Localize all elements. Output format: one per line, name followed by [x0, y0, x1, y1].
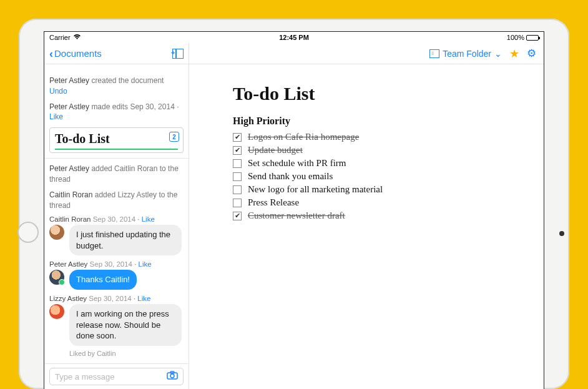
toggle-sidebar-icon[interactable]	[172, 49, 184, 59]
divider	[44, 158, 189, 159]
back-button[interactable]: ‹ Documents	[49, 48, 102, 59]
camera-dot	[559, 231, 564, 236]
carrier-label: Carrier	[49, 34, 71, 41]
todo-text: Set schedule with PR firm	[248, 158, 346, 169]
activity-actor: Peter Astley	[49, 164, 89, 173]
activity-verb: created the document	[91, 76, 164, 85]
folder-label: Team Folder	[443, 49, 491, 59]
todo-item[interactable]: Send thank you emails	[233, 171, 531, 182]
document-title-card[interactable]: To-do List 2	[49, 127, 184, 153]
avatar[interactable]	[49, 270, 64, 285]
checkbox-icon[interactable]: ✔	[233, 133, 242, 142]
like-link[interactable]: Like	[137, 295, 150, 302]
comment-count-badge[interactable]: 2	[169, 132, 179, 142]
wifi-icon	[73, 34, 81, 41]
activity-verb: made edits	[91, 102, 128, 111]
star-icon[interactable]: ★	[509, 47, 519, 61]
message-bubble[interactable]: I am working on the press release now. S…	[69, 304, 182, 346]
todo-text: Send thank you emails	[248, 171, 333, 182]
like-link[interactable]: Like	[139, 260, 152, 268]
thread-add-line: Caitlin Roran added Lizzy Astley to the …	[49, 190, 184, 211]
document-title-preview: To-do List	[55, 132, 178, 146]
status-bar: Carrier 12:45 PM 100%	[44, 32, 544, 43]
checkbox-icon[interactable]	[233, 159, 242, 168]
svg-point-1	[170, 374, 174, 378]
chevron-down-icon: ⌄	[494, 49, 502, 59]
todo-text: Update budget	[248, 145, 303, 155]
activity-actor: Peter Astley	[49, 76, 89, 85]
message-row: I am working on the press release now. S…	[49, 304, 184, 346]
message-meta: Lizzy Astley Sep 30, 2014 · Like	[49, 295, 184, 302]
title-underline	[55, 149, 178, 150]
todo-item[interactable]: ✔Logos on Cafe Ria homepage	[233, 132, 531, 142]
todo-item[interactable]: Press Release	[233, 197, 531, 208]
ipad-frame: Carrier 12:45 PM 100% ‹ Documents	[19, 19, 569, 389]
activity-date: Sep 30, 2014	[130, 102, 174, 111]
todo-text: Press Release	[248, 197, 299, 208]
app-screen: Carrier 12:45 PM 100% ‹ Documents	[44, 31, 544, 389]
camera-icon[interactable]	[167, 371, 178, 382]
todo-item[interactable]: New logo for all marketing material	[233, 184, 531, 195]
checkbox-icon[interactable]	[233, 185, 242, 194]
todo-item[interactable]: Set schedule with PR firm	[233, 158, 531, 169]
todo-text: New logo for all marketing material	[248, 184, 383, 195]
message-input[interactable]: Type a message	[49, 368, 184, 385]
page-title: To-do List	[233, 83, 531, 104]
chevron-left-icon: ‹	[49, 48, 53, 59]
message-placeholder: Type a message	[55, 372, 114, 382]
undo-link[interactable]: Undo	[49, 87, 67, 96]
activity-actor: Caitlin Roran	[49, 190, 92, 199]
folder-button[interactable]: Team Folder ⌄	[429, 49, 502, 59]
home-button[interactable]	[17, 222, 39, 243]
clock: 12:45 PM	[212, 34, 375, 41]
section-heading: High Priority	[233, 116, 531, 127]
checkbox-icon[interactable]	[233, 199, 242, 207]
back-label: Documents	[54, 48, 102, 59]
message-date: Sep 30, 2014	[93, 215, 135, 223]
message-row: Thanks Caitlin!	[49, 270, 184, 290]
avatar[interactable]	[49, 225, 64, 240]
liked-by-label: Liked by Caitlin	[69, 350, 184, 357]
activity-feed[interactable]: Peter Astley created the document Undo P…	[44, 64, 189, 363]
message-date: Sep 30, 2014	[89, 295, 131, 302]
message-row: I just finished updating the budget.	[49, 225, 184, 255]
checkbox-icon[interactable]: ✔	[233, 212, 242, 220]
content: Peter Astley created the document Undo P…	[44, 64, 544, 389]
avatar[interactable]	[49, 304, 64, 319]
message-author: Lizzy Astley	[49, 295, 87, 302]
message-author: Peter Astley	[49, 260, 87, 268]
message-bubble[interactable]: Thanks Caitlin!	[69, 270, 137, 290]
battery-percent: 100%	[507, 34, 524, 41]
todo-item[interactable]: ✔Customer newsletter draft	[233, 210, 531, 221]
todo-item[interactable]: ✔Update budget	[233, 145, 531, 155]
sidebar: Peter Astley created the document Undo P…	[44, 64, 189, 389]
message-author: Caitlin Roran	[49, 215, 91, 223]
battery-icon	[526, 35, 539, 41]
toolbar: ‹ Documents Team Folder ⌄ ★ ⚙	[44, 43, 544, 64]
checkbox-icon[interactable]: ✔	[233, 146, 242, 155]
todo-text: Logos on Cafe Ria homepage	[248, 132, 359, 142]
people-folder-icon	[429, 49, 439, 58]
document-pane[interactable]: To-do List High Priority ✔Logos on Cafe …	[189, 64, 544, 389]
like-link[interactable]: Like	[49, 112, 63, 121]
like-link[interactable]: Like	[142, 215, 155, 223]
todo-text: Customer newsletter draft	[248, 210, 345, 221]
checkbox-icon[interactable]	[233, 172, 242, 181]
activity-line: Peter Astley made edits Sep 30, 2014 · L…	[49, 102, 184, 123]
message-bubble[interactable]: I just finished updating the budget.	[69, 225, 182, 255]
activity-actor: Peter Astley	[49, 102, 89, 111]
gear-icon[interactable]: ⚙	[527, 47, 536, 60]
thread-add-line: Peter Astley added Caitlin Roran to the …	[49, 164, 184, 185]
activity-line: Peter Astley created the document Undo	[49, 76, 184, 97]
compose-bar: Type a message	[44, 363, 189, 389]
message-date: Sep 30, 2014	[90, 260, 132, 268]
message-meta: Caitlin Roran Sep 30, 2014 · Like	[49, 215, 184, 223]
message-meta: Peter Astley Sep 30, 2014 · Like	[49, 260, 184, 268]
